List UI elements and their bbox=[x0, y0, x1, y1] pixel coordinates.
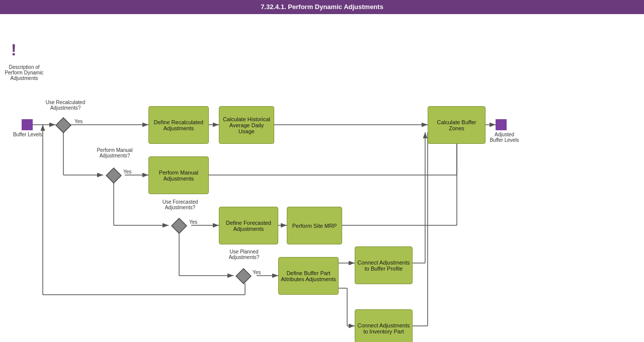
define-recalculated-box: Define Recalculated Adjustments bbox=[148, 106, 209, 144]
decision-planned-label: Use Planned Adjustments? bbox=[221, 249, 267, 260]
svg-marker-33 bbox=[172, 218, 187, 233]
decision-recalculated bbox=[55, 117, 71, 133]
decision-planned bbox=[235, 268, 252, 284]
decision-manual bbox=[106, 167, 122, 184]
calc-buffer-zones-box: Calculate Buffer Zones bbox=[428, 106, 486, 144]
adjusted-buffer-levels-label: Adjusted Buffer Levels bbox=[488, 132, 521, 143]
perform-site-mrp-box: Perform Site MRP bbox=[287, 207, 342, 244]
yes-label-2: Yes bbox=[123, 169, 131, 175]
exclamation-icon: ! bbox=[11, 42, 17, 58]
connect-inventory-part-box: Connect Adjustments to Inventory Part bbox=[355, 309, 413, 342]
decision-recalculated-label: Use Recalculated Adjustments? bbox=[45, 100, 86, 111]
svg-marker-32 bbox=[106, 168, 121, 183]
decision-forecasted-label: Use Forecasted Adjustments? bbox=[160, 199, 200, 210]
svg-marker-34 bbox=[236, 269, 251, 284]
svg-marker-31 bbox=[56, 118, 71, 133]
buffer-levels-label: Buffer Levels bbox=[13, 132, 43, 137]
decision-manual-label: Perform Manual Adjustments? bbox=[95, 147, 135, 158]
diagram-title: 7.32.4.1. Perform Dynamic Adjustments bbox=[261, 3, 383, 11]
description-label: Description of Perform Dynamic Adjustmen… bbox=[4, 64, 44, 81]
define-forecasted-box: Define Forecasted Adjustments bbox=[219, 207, 278, 244]
connect-buffer-profile-box: Connect Adjustments to Buffer Profile bbox=[355, 246, 413, 284]
adjusted-buffer-levels-end bbox=[496, 119, 507, 130]
yes-label-3: Yes bbox=[189, 219, 197, 225]
yes-label-1: Yes bbox=[74, 119, 83, 124]
decision-forecasted bbox=[171, 218, 187, 234]
title-bar: 7.32.4.1. Perform Dynamic Adjustments bbox=[0, 0, 644, 14]
yes-label-4: Yes bbox=[253, 270, 261, 275]
define-buffer-part-box: Define Buffer Part Attributes Adjustment… bbox=[278, 257, 339, 295]
diagram-area: ! Description of Perform Dynamic Adjustm… bbox=[0, 14, 644, 342]
buffer-levels-start bbox=[22, 119, 33, 130]
calc-historical-box: Calculate Historical Average Daily Usage bbox=[219, 106, 274, 144]
perform-manual-box: Perform Manual Adjustments bbox=[148, 156, 209, 194]
